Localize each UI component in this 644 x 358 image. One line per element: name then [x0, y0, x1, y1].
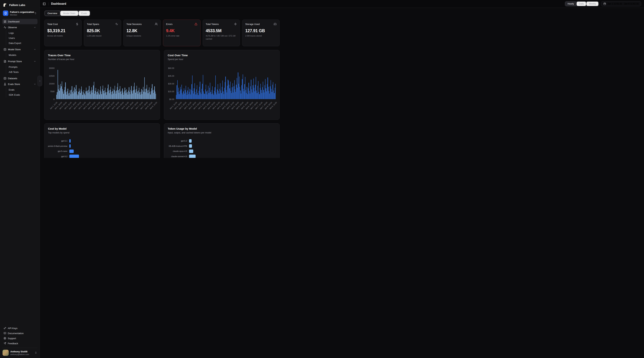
bar[interactable]: [194, 83, 195, 99]
bar[interactable]: [201, 94, 202, 99]
sidebar-item-dashboard[interactable]: Dashboard: [2, 19, 38, 24]
bar[interactable]: [130, 90, 131, 99]
bar[interactable]: [144, 77, 145, 99]
bar[interactable]: [184, 88, 184, 99]
bar[interactable]: [74, 91, 74, 99]
bar[interactable]: [56, 95, 57, 99]
bar[interactable]: [224, 88, 224, 99]
bar[interactable]: [234, 86, 234, 99]
bar[interactable]: [117, 87, 117, 99]
bar[interactable]: [145, 89, 145, 99]
sidebar-item-data-export[interactable]: Data Export: [6, 40, 38, 46]
bar[interactable]: [100, 90, 100, 99]
bar[interactable]: [275, 84, 276, 99]
bar[interactable]: [226, 92, 227, 99]
bar[interactable]: [107, 92, 107, 99]
bar[interactable]: [82, 91, 82, 99]
bar[interactable]: [155, 91, 156, 99]
bar[interactable]: [147, 85, 147, 99]
bar[interactable]: [252, 89, 252, 99]
bar[interactable]: [260, 84, 261, 99]
bar[interactable]: [194, 88, 194, 99]
bar[interactable]: [222, 80, 223, 99]
bar[interactable]: [265, 79, 266, 99]
bar[interactable]: [228, 80, 229, 99]
bar[interactable]: [212, 86, 212, 99]
bar[interactable]: [152, 88, 152, 99]
bar[interactable]: [149, 87, 150, 99]
bar[interactable]: [225, 82, 225, 99]
bar[interactable]: [269, 91, 269, 99]
bar[interactable]: [81, 86, 82, 99]
bar[interactable]: [177, 80, 178, 99]
bar[interactable]: [125, 90, 126, 99]
bar[interactable]: [227, 86, 228, 99]
bar[interactable]: [253, 78, 254, 99]
bar[interactable]: [264, 92, 264, 99]
bar[interactable]: [193, 93, 194, 99]
bar[interactable]: [128, 95, 128, 99]
bar[interactable]: [236, 85, 236, 99]
bar[interactable]: [150, 92, 150, 99]
bar[interactable]: [240, 87, 240, 99]
bar[interactable]: [116, 94, 116, 99]
bar[interactable]: [225, 76, 226, 99]
bar[interactable]: [129, 87, 129, 99]
bar[interactable]: [68, 89, 68, 99]
bar[interactable]: [75, 92, 75, 99]
bar[interactable]: [75, 89, 76, 99]
bar[interactable]: [128, 91, 128, 99]
bar[interactable]: [206, 91, 207, 99]
bar[interactable]: [152, 84, 152, 99]
bar[interactable]: [258, 86, 258, 99]
bar[interactable]: [136, 86, 137, 99]
bar[interactable]: [110, 90, 110, 99]
bar[interactable]: [83, 92, 84, 99]
bar[interactable]: [137, 91, 138, 99]
bar[interactable]: [100, 86, 101, 99]
bar[interactable]: [224, 94, 224, 99]
bar[interactable]: [120, 91, 121, 99]
sidebar-item-sdk-evals[interactable]: SDK Evals: [6, 92, 38, 97]
bar[interactable]: [258, 81, 258, 99]
bar[interactable]: [176, 85, 177, 99]
bar[interactable]: [200, 92, 201, 99]
bar[interactable]: [61, 86, 62, 99]
bar[interactable]: [110, 87, 111, 99]
bar[interactable]: [121, 94, 122, 99]
bar[interactable]: [197, 85, 197, 99]
bar[interactable]: [262, 93, 262, 99]
sidebar-item-a-b-tests[interactable]: A/B Tests: [6, 69, 38, 74]
bar[interactable]: [142, 90, 143, 99]
bar[interactable]: [262, 87, 262, 99]
bar[interactable]: [71, 90, 72, 99]
bar[interactable]: [270, 80, 271, 99]
bar[interactable]: [220, 90, 221, 99]
bar[interactable]: [84, 90, 84, 99]
bar[interactable]: [226, 90, 226, 99]
bar[interactable]: [253, 85, 253, 99]
bar[interactable]: [102, 89, 102, 99]
bar[interactable]: [136, 89, 136, 99]
org-switcher[interactable]: Fallom's organization Member: [2, 9, 38, 18]
bar[interactable]: [178, 92, 178, 99]
bar[interactable]: [186, 86, 186, 99]
bar[interactable]: [182, 85, 182, 99]
bar[interactable]: [188, 87, 188, 99]
bar[interactable]: [150, 94, 150, 99]
bar[interactable]: [57, 92, 57, 99]
bar[interactable]: [237, 88, 238, 99]
bar[interactable]: [84, 93, 84, 99]
bar[interactable]: [66, 92, 66, 99]
bar[interactable]: [236, 92, 236, 99]
bar[interactable]: [60, 88, 60, 99]
bar[interactable]: [199, 91, 199, 99]
bar[interactable]: [141, 89, 142, 99]
bar[interactable]: [207, 94, 207, 99]
bar[interactable]: [127, 92, 127, 99]
bar[interactable]: [86, 88, 86, 99]
bar[interactable]: [243, 74, 243, 99]
bar[interactable]: [109, 93, 110, 99]
bar[interactable]: [146, 92, 146, 99]
bar[interactable]: [66, 95, 67, 99]
